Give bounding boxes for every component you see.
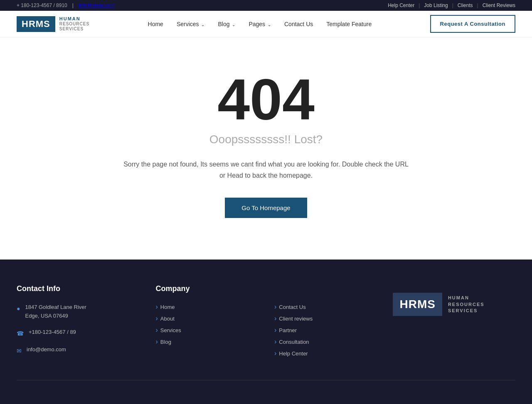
footer-logo-text: HUMAN RESOURCES SERVICES: [448, 295, 485, 314]
go-to-homepage-button[interactable]: Go To Homepage: [225, 198, 307, 218]
footer-divider: [17, 380, 515, 380]
location-icon: ●: [17, 304, 20, 313]
logo-text: HUMAN RESOURCES SERVICES: [59, 16, 89, 32]
error-section: 404 Ooopssssssss!! Lost? Sorry the page …: [0, 37, 532, 260]
nav-services[interactable]: Services ⌄: [172, 17, 210, 31]
footer-more-heading: [274, 284, 376, 293]
footer-link-about[interactable]: About: [156, 315, 258, 322]
clients-link[interactable]: Clients: [458, 2, 473, 8]
footer-email: ✉ info@demo.com: [17, 345, 139, 355]
chevron-down-icon: ⌄: [201, 22, 204, 27]
list-item: Client reviews: [274, 315, 376, 322]
list-item: About: [156, 315, 258, 322]
list-item: Home: [156, 303, 258, 311]
error-subtitle: Ooopssssssss!! Lost?: [17, 133, 515, 146]
phone-number: + 180-123-4567 / 8910: [17, 2, 67, 8]
footer-contact-column: Contact Info ● 1847 Goldleaf Lane RiverE…: [17, 284, 139, 363]
logo[interactable]: HRMS HUMAN RESOURCES SERVICES: [17, 16, 89, 32]
footer-link-services[interactable]: Services: [156, 326, 258, 334]
nav-contact[interactable]: Contact Us: [279, 17, 318, 31]
email-icon: ✉: [17, 346, 22, 355]
chevron-down-icon: ⌄: [268, 22, 271, 27]
footer-more-column: Contact Us Client reviews Partner Consul…: [274, 284, 376, 363]
consultation-button[interactable]: Request A Consultation: [430, 15, 515, 33]
error-description: Sorry the page not found, Its seems we c…: [121, 159, 411, 181]
logo-box: HRMS: [17, 16, 55, 32]
nav-pages[interactable]: Pages ⌄: [244, 17, 276, 31]
footer-grid: Contact Info ● 1847 Goldleaf Lane RiverE…: [17, 284, 515, 363]
client-reviews-link[interactable]: Client Reviews: [483, 2, 515, 8]
job-listing-link[interactable]: Job Listing: [424, 2, 448, 8]
help-center-link[interactable]: Help Center: [388, 2, 414, 8]
footer-link-home[interactable]: Home: [156, 303, 258, 311]
error-code: 404: [17, 71, 515, 129]
list-item: Blog: [156, 338, 258, 345]
list-item: Contact Us: [274, 303, 376, 311]
footer-logo-column: HRMS HUMAN RESOURCES SERVICES: [393, 284, 515, 363]
top-bar-left: + 180-123-4567 / 8910 | info@demo.com: [17, 2, 115, 8]
main-nav: Home Services ⌄ Blog ⌄ Pages ⌄ Contact U…: [143, 17, 377, 31]
footer-address: ● 1847 Goldleaf Lane RiverEdge, USA 0764…: [17, 303, 139, 321]
footer-contact-heading: Contact Info: [17, 284, 139, 293]
chevron-down-icon: ⌄: [232, 22, 235, 27]
nav-home[interactable]: Home: [143, 17, 168, 31]
footer-company-links: Home About Services Blog: [156, 303, 258, 345]
site-footer: Contact Info ● 1847 Goldleaf Lane RiverE…: [0, 260, 532, 404]
list-item: Services: [156, 326, 258, 334]
footer-link-help[interactable]: Help Center: [274, 350, 376, 357]
email-link[interactable]: info@demo.com: [79, 2, 115, 8]
footer-phone: ☎ +180-123-4567 / 89: [17, 328, 139, 338]
phone-icon: ☎: [17, 329, 24, 338]
top-bar: + 180-123-4567 / 8910 | info@demo.com He…: [0, 0, 532, 11]
footer-link-client-reviews[interactable]: Client reviews: [274, 315, 376, 322]
footer-company-heading: Company: [156, 284, 258, 293]
list-item: Consultation: [274, 338, 376, 345]
footer-link-consultation[interactable]: Consultation: [274, 338, 376, 345]
footer-link-partner[interactable]: Partner: [274, 326, 376, 334]
nav-blog[interactable]: Blog ⌄: [213, 17, 240, 31]
footer-logo: HRMS HUMAN RESOURCES SERVICES: [393, 293, 484, 316]
site-header: HRMS HUMAN RESOURCES SERVICES Home Servi…: [0, 11, 532, 37]
list-item: Help Center: [274, 350, 376, 357]
footer-link-blog[interactable]: Blog: [156, 338, 258, 345]
nav-template[interactable]: Template Feature: [321, 17, 377, 31]
footer-company-column: Company Home About Services Blog: [156, 284, 258, 363]
footer-link-contact[interactable]: Contact Us: [274, 303, 376, 311]
footer-logo-box: HRMS: [393, 293, 442, 316]
footer-more-links: Contact Us Client reviews Partner Consul…: [274, 303, 376, 357]
list-item: Partner: [274, 326, 376, 334]
top-bar-right: Help Center | Job Listing | Clients | Cl…: [388, 2, 515, 8]
